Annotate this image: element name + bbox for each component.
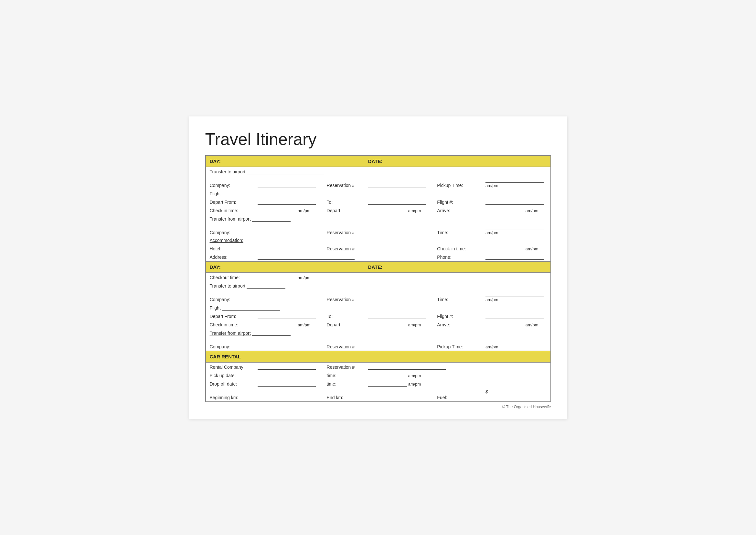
- fuel-field[interactable]: [485, 394, 544, 400]
- transfer-to-company-2-field[interactable]: [257, 296, 316, 302]
- flight-2-name-field[interactable]: [222, 305, 280, 311]
- depart-2-ampm: am/pm: [408, 323, 421, 327]
- transfer-from-time-1-field[interactable]: [485, 224, 544, 230]
- dropoff-date-field[interactable]: [257, 381, 316, 386]
- flight-1-depart-row: Depart From: To: Flight #:: [205, 198, 551, 206]
- checkin-time-1-field[interactable]: [257, 207, 296, 213]
- checkout-time-field[interactable]: [257, 274, 296, 280]
- transfer-from-airport-2-field[interactable]: [252, 330, 290, 336]
- transfer-from-company-1-label: Company:: [205, 223, 254, 237]
- transfer-from-reservation-1-field[interactable]: [368, 229, 426, 235]
- accommodation-reservation-1-label: Reservation #: [323, 244, 364, 253]
- transfer-from-airport-1-label: Transfer from airport: [210, 216, 251, 222]
- dropoff-time-field[interactable]: [368, 381, 407, 386]
- transfer-from-airport-1-label-row: Transfer from airport: [205, 214, 551, 223]
- flight-1-label-row: Flight: [205, 189, 551, 198]
- reservation-1-field[interactable]: [368, 182, 426, 188]
- transfer-to-time-2-field[interactable]: [485, 291, 544, 297]
- day2-day-label: DAY:: [205, 261, 364, 273]
- flight-1-name-field[interactable]: [222, 190, 280, 196]
- car-rental-pickup-row: Pick up date: time: am/pm: [205, 371, 551, 380]
- transfer-to-airport-1-label-row: Transfer to airport: [205, 167, 551, 176]
- transfer-from-reservation-2-field[interactable]: [368, 344, 426, 349]
- transfer-to-time-2-label: Time:: [433, 290, 482, 303]
- checkout-time-ampm: am/pm: [298, 275, 310, 280]
- transfer-from-time-1-label: Time:: [433, 223, 482, 237]
- beginning-km-label: Beginning km:: [205, 388, 254, 402]
- pickup-time-car-field[interactable]: [368, 372, 407, 378]
- company-1-field[interactable]: [257, 182, 316, 188]
- transfer-from-reservation-2-label: Reservation #: [323, 337, 364, 351]
- checkout-time-label: Checkout time:: [205, 273, 254, 281]
- depart-from-1-field[interactable]: [257, 199, 316, 205]
- day1-date-label: DATE:: [364, 155, 551, 167]
- reservation-1-label: Reservation #: [323, 176, 364, 189]
- page: Travel Itinerary DAY: DATE: Transfer to …: [189, 116, 567, 419]
- pickup-time-car-label: time:: [323, 371, 364, 380]
- dropoff-time-label: time:: [323, 380, 364, 388]
- rental-company-field[interactable]: [257, 364, 316, 370]
- end-km-label: End km:: [323, 388, 364, 402]
- arrive-1-ampm: am/pm: [526, 208, 538, 213]
- checkout-row: Checkout time: am/pm: [205, 273, 551, 281]
- pickup-time-2-label: Pickup Time:: [433, 337, 482, 351]
- rental-company-label: Rental Company:: [205, 362, 254, 371]
- fuel-dollar: $: [485, 389, 488, 394]
- flight-hash-2-label: Flight #:: [433, 312, 482, 320]
- pickup-time-1-label: Pickup Time:: [433, 176, 482, 189]
- transfer-from-airport-1-field[interactable]: [252, 216, 290, 222]
- arrive-2-field[interactable]: [485, 322, 524, 327]
- pickup-time-1-field[interactable]: [485, 177, 544, 183]
- depart-from-2-field[interactable]: [257, 313, 316, 319]
- checkin-time-hotel-1-label: Check-in time:: [433, 244, 482, 253]
- transfer-to-reservation-2-field[interactable]: [368, 296, 426, 302]
- end-km-field[interactable]: [368, 394, 426, 400]
- address-1-field[interactable]: [257, 254, 355, 260]
- to-2-label: To:: [323, 312, 364, 320]
- transfer-from-company-2-field[interactable]: [257, 344, 316, 349]
- company-1-label: Company:: [205, 176, 254, 189]
- to-1-label: To:: [323, 198, 364, 206]
- transfer-to-reservation-2-label: Reservation #: [323, 290, 364, 303]
- checkin-time-2-field[interactable]: [257, 322, 296, 327]
- arrive-1-field[interactable]: [485, 207, 524, 213]
- transfer-from-airport-2-label: Transfer from airport: [210, 330, 251, 336]
- transfer-to-airport-2-company-row: Company: Reservation # Time: am/pm: [205, 290, 551, 303]
- itinerary-table: DAY: DATE: Transfer to airport Company: …: [205, 155, 551, 402]
- copyright: © The Organised Housewife: [205, 405, 551, 409]
- transfer-to-airport-1-field[interactable]: [247, 169, 324, 174]
- to-1-field[interactable]: [368, 199, 426, 205]
- depart-1-label: Depart:: [323, 206, 364, 214]
- car-reservation-field[interactable]: [368, 364, 446, 370]
- pickup-time-2-ampm: am/pm: [485, 345, 499, 349]
- transfer-from-company-2-label: Company:: [205, 337, 254, 351]
- pickup-date-label: Pick up date:: [205, 371, 254, 380]
- pickup-date-field[interactable]: [257, 372, 316, 378]
- phone-1-field[interactable]: [485, 254, 544, 260]
- car-reservation-label: Reservation #: [323, 362, 364, 371]
- transfer-from-airport-1-company-row: Company: Reservation # Time: am/pm: [205, 223, 551, 237]
- arrive-1-label: Arrive:: [433, 206, 482, 214]
- arrive-2-label: Arrive:: [433, 320, 482, 329]
- transfer-from-company-1-field[interactable]: [257, 229, 316, 235]
- accommodation-reservation-1-field[interactable]: [368, 245, 426, 251]
- to-2-field[interactable]: [368, 313, 426, 319]
- transfer-from-airport-2-label-row: Transfer from airport: [205, 329, 551, 337]
- checkin-time-2-label: Check in time:: [205, 320, 254, 329]
- accommodation-1-hotel-row: Hotel: Reservation # Check-in time: am/p…: [205, 244, 551, 253]
- day2-header-row: DAY: DATE:: [205, 261, 551, 273]
- transfer-from-airport-2-company-row: Company: Reservation # Pickup Time: am/p…: [205, 337, 551, 351]
- beginning-km-field[interactable]: [257, 394, 316, 400]
- transfer-to-airport-2-label-row: Transfer to airport: [205, 281, 551, 290]
- arrive-2-ampm: am/pm: [526, 323, 538, 327]
- depart-1-field[interactable]: [368, 207, 407, 213]
- flight-hash-1-field[interactable]: [485, 199, 544, 205]
- checkin-time-hotel-1-field[interactable]: [485, 245, 524, 251]
- hotel-1-field[interactable]: [257, 245, 316, 251]
- fuel-label: Fuel:: [433, 388, 482, 402]
- depart-2-field[interactable]: [368, 322, 407, 327]
- transfer-to-airport-2-field[interactable]: [247, 283, 285, 289]
- checkin-time-1-ampm: am/pm: [298, 208, 310, 213]
- pickup-time-2-field[interactable]: [485, 338, 544, 344]
- flight-hash-2-field[interactable]: [485, 313, 544, 319]
